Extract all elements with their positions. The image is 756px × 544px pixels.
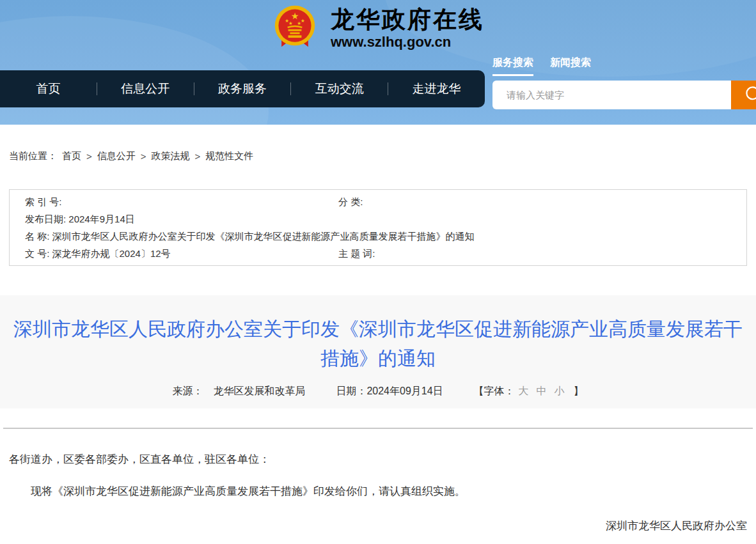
breadcrumb-item-normative-docs[interactable]: 规范性文件 <box>205 150 253 162</box>
site-header: ★ ★ ★ ★ ★ 龙华政府在线 www.szlhq.gov.cn 首页 信息公… <box>0 0 756 125</box>
meta-label-index-number: 索 引 号: <box>25 196 62 207</box>
document-metadata-box: 索 引 号: 分 类: 发布日期: 2024年9月14日 名 称: 深圳市龙华区… <box>9 189 747 266</box>
meta-row-index-category: 索 引 号: 分 类: <box>25 193 731 210</box>
meta-row-name: 名 称: 深圳市龙华区人民政府办公室关于印发《深圳市龙华区促进新能源产业高质量发… <box>25 228 731 245</box>
search-area: 服务搜索 新闻搜索 <box>492 56 756 109</box>
date-label: 日期： <box>336 385 366 398</box>
article-date: 日期： 2024年09月14日 <box>336 385 443 398</box>
meta-label-category: 分 类: <box>338 196 363 207</box>
meta-value-document-name: 深圳市龙华区人民政府办公室关于印发《深圳市龙华区促进新能源产业高质量发展若干措施… <box>52 231 475 242</box>
article-title-section: 深圳市龙华区人民政府办公室关于印发《深圳市龙华区促进新能源产业高质量发展若干措施… <box>0 295 756 408</box>
source-label: 来源： <box>172 385 203 398</box>
china-national-emblem-icon: ★ ★ ★ ★ ★ <box>272 4 318 52</box>
font-size-small-button[interactable]: 小 <box>555 385 565 398</box>
search-input[interactable] <box>492 81 731 109</box>
meta-label-publish-date: 发布日期: <box>25 214 66 224</box>
svg-text:★: ★ <box>288 20 293 26</box>
meta-value-document-number: 深龙华府办规〔2024〕12号 <box>52 248 171 259</box>
article-paragraph: 现将《深圳市龙华区促进新能源产业高质量发展若干措施》印发给你们，请认真组织实施。 <box>9 484 747 499</box>
breadcrumb-separator: > <box>86 151 92 162</box>
article-signature: 深圳市龙华区人民政府办公室 <box>9 518 747 533</box>
nav-item-gov-services[interactable]: 政务服务 <box>194 81 291 97</box>
site-brand[interactable]: ★ ★ ★ ★ ★ 龙华政府在线 www.szlhq.gov.cn <box>0 4 756 52</box>
tab-service-search[interactable]: 服务搜索 <box>492 56 533 76</box>
font-size-large-button[interactable]: 大 <box>519 385 529 398</box>
meta-label-document-number: 文 号: <box>25 248 49 259</box>
site-title: 龙华政府在线 <box>331 6 484 34</box>
breadcrumb-item-home[interactable]: 首页 <box>62 150 81 162</box>
tab-news-search[interactable]: 新闻搜索 <box>550 56 591 76</box>
nav-item-home[interactable]: 首页 <box>0 81 97 97</box>
breadcrumb: 当前位置： 首页 > 信息公开 > 政策法规 > 规范性文件 <box>9 150 747 162</box>
breadcrumb-item-policies[interactable]: 政策法规 <box>152 150 190 162</box>
breadcrumb-item-info-disclosure[interactable]: 信息公开 <box>97 150 136 162</box>
article-body: 各街道办，区委各部委办，区直各单位，驻区各单位： 现将《深圳市龙华区促进新能源产… <box>9 452 747 544</box>
source-value: 龙华区发展和改革局 <box>213 385 305 398</box>
date-value: 2024年09月14日 <box>366 385 443 398</box>
meta-label-document-name: 名 称: <box>25 231 49 242</box>
font-size-control: 【字体： 大 中 小 】 <box>474 385 584 398</box>
svg-text:★: ★ <box>291 11 299 21</box>
meta-row-pubdate: 发布日期: 2024年9月14日 <box>25 210 731 228</box>
article-salutation: 各街道办，区委各部委办，区直各单位，驻区各单位： <box>9 452 747 467</box>
article-meta-row: 来源： 龙华区发展和改革局 日期： 2024年09月14日 【字体： 大 中 小… <box>10 385 746 398</box>
nav-item-info-disclosure[interactable]: 信息公开 <box>97 81 194 97</box>
breadcrumb-separator: > <box>141 151 146 162</box>
meta-row-docno-keywords: 文 号: 深龙华府办规〔2024〕12号 主 题 词: <box>25 245 731 262</box>
font-size-medium-button[interactable]: 中 <box>537 385 547 398</box>
content-divider <box>3 428 753 429</box>
font-size-label-open: 【字体： <box>474 385 515 398</box>
site-url: www.szlhq.gov.cn <box>331 34 484 51</box>
meta-label-keywords: 主 题 词: <box>338 248 375 259</box>
nav-item-interaction[interactable]: 互动交流 <box>291 81 388 97</box>
article-source: 来源： 龙华区发展和改革局 <box>172 385 305 398</box>
svg-text:★: ★ <box>301 18 305 24</box>
meta-value-publish-date: 2024年9月14日 <box>68 214 134 224</box>
search-button[interactable] <box>731 81 756 109</box>
article-title: 深圳市龙华区人民政府办公室关于印发《深圳市龙华区促进新能源产业高质量发展若干措施… <box>10 315 746 373</box>
breadcrumb-label: 当前位置： <box>9 150 57 162</box>
font-size-label-close: 】 <box>574 385 584 398</box>
search-tabs: 服务搜索 新闻搜索 <box>492 56 756 76</box>
search-box <box>492 81 756 109</box>
nav-item-about-longhua[interactable]: 走进龙华 <box>388 81 485 97</box>
search-icon <box>744 84 756 105</box>
breadcrumb-separator: > <box>195 151 201 162</box>
main-nav: 首页 信息公开 政务服务 互动交流 走进龙华 <box>0 70 485 107</box>
